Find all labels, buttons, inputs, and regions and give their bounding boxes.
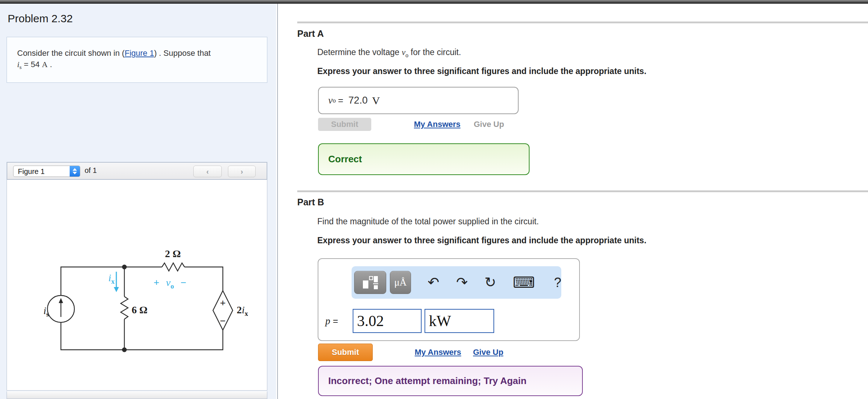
part-a-answer-box[interactable]: vo = 72.0 V (318, 87, 519, 114)
part-b-heading: Part B (297, 197, 324, 208)
keyboard-icon[interactable]: ⌨ (513, 271, 535, 294)
vo-polarity-label: +vo− (154, 277, 186, 290)
chevron-down-icon (73, 172, 77, 174)
answer-pane: Part A Determine the voltage vo for the … (278, 4, 868, 399)
answer-variable: v (328, 95, 333, 106)
templates-button[interactable] (354, 271, 386, 294)
part-b-instruction: Express your answer to three significant… (317, 236, 646, 245)
units-icon: μÅ (394, 277, 407, 288)
units-button[interactable]: μÅ (390, 271, 411, 294)
dependent-source-label: 2ix (237, 304, 248, 317)
part-b-prompt: Find the magnitude of the total power su… (317, 217, 539, 226)
p-equals-label: p = (325, 315, 338, 327)
figure-count-label: of 1 (85, 166, 97, 175)
part-a-my-answers-link[interactable]: My Answers (414, 120, 461, 129)
diamond-plus-sign: + (220, 297, 226, 309)
part-b-my-answers-link[interactable]: My Answers (415, 348, 461, 357)
part-a-prompt: Determine the voltage vo for the circuit… (317, 47, 461, 59)
unit-input[interactable] (425, 309, 494, 333)
chevron-right-icon: › (241, 167, 243, 175)
undo-icon[interactable]: ↶ (428, 271, 439, 294)
part-a-instruction: Express your answer to three significant… (317, 66, 646, 76)
incorrect-feedback-text: Incorrect; One attempt remaining; Try Ag… (328, 375, 527, 387)
figure-select[interactable]: Figure 1 (13, 166, 80, 177)
vo-variable: v (402, 48, 405, 57)
problem-text: ) . Suppose that (154, 49, 210, 58)
chevron-left-icon: ‹ (206, 167, 209, 175)
ix-label: ix (108, 272, 115, 285)
value-input[interactable] (353, 309, 422, 333)
chevron-up-icon (73, 168, 77, 171)
resistor-6ohm-label: 6 Ω (132, 304, 147, 315)
problem-panel: Problem 2.32 Consider the circuit shown … (0, 4, 276, 399)
part-a-give-up-link[interactable]: Give Up (474, 120, 504, 129)
help-icon[interactable]: ? (554, 271, 561, 294)
templates-icon (362, 275, 379, 290)
equation-toolbar: μÅ ↶ ↷ ↻ ⌨ ? (352, 266, 561, 299)
resistor-2ohm-label: 2 Ω (165, 248, 181, 259)
problem-text: Consider the circuit shown in ( (17, 49, 125, 58)
previous-figure-button[interactable]: ‹ (193, 166, 222, 177)
part-a-feedback-box: Correct (318, 143, 530, 175)
select-spinner-icon (70, 166, 80, 177)
figure-select-value: Figure 1 (18, 167, 44, 176)
part-a-heading: Part A (297, 28, 324, 39)
redo-icon[interactable]: ↷ (456, 271, 468, 294)
correct-feedback-text: Correct (328, 154, 362, 165)
part-b-give-up-link[interactable]: Give Up (473, 348, 503, 357)
figure-1-link[interactable]: Figure 1 (125, 49, 154, 58)
answer-value: 72.0 (348, 95, 368, 106)
window-top-bar (0, 0, 868, 4)
figure-footer-bar (7, 391, 267, 399)
source-current-label: is (43, 305, 49, 318)
section-divider (297, 22, 868, 23)
figure-toolbar: Figure 1 of 1 ‹ › (7, 162, 267, 180)
part-b-feedback-box: Incorrect; One attempt remaining; Try Ag… (318, 366, 583, 396)
next-figure-button[interactable]: › (228, 166, 256, 177)
part-b-answer-row: p = (318, 306, 579, 335)
figure-canvas: 2 Ω 6 Ω is ix +vo− 2ix + − (7, 180, 267, 391)
part-b-answer-widget: μÅ ↶ ↷ ↻ ⌨ ? p = (318, 258, 580, 341)
circuit-diagram: 2 Ω 6 Ω is ix +vo− 2ix + − (7, 180, 267, 390)
problem-title: Problem 2.32 (8, 12, 73, 25)
diamond-minus-sign: − (220, 315, 226, 326)
section-divider (297, 190, 868, 192)
unit-ampere: A (42, 60, 48, 69)
problem-statement-box: Consider the circuit shown in (Figure 1)… (7, 37, 267, 83)
answer-unit: V (372, 94, 380, 107)
part-b-submit-button[interactable]: Submit (318, 344, 373, 361)
reset-icon[interactable]: ↻ (485, 271, 496, 294)
part-a-submit-button[interactable]: Submit (318, 118, 371, 131)
